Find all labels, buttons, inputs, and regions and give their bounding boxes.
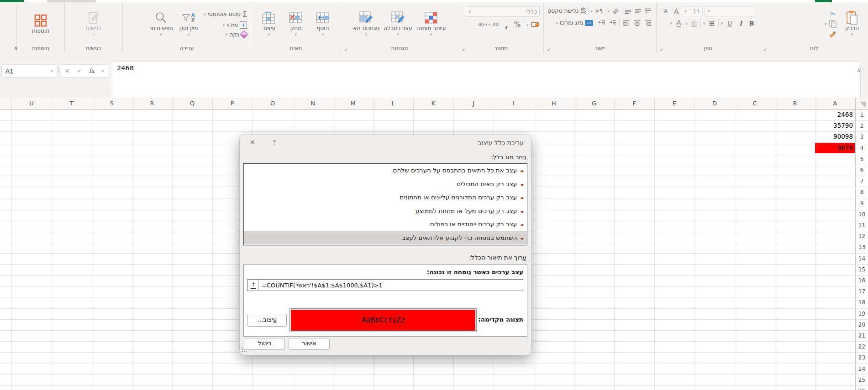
row-header-13[interactable]: 13 (856, 242, 868, 253)
decrease-indent-icon[interactable] (597, 19, 606, 27)
sensitivity-button[interactable]: רגישות ∨ (81, 10, 106, 38)
number-format-combo[interactable]: כללי∨ (466, 6, 540, 17)
fill-color-icon[interactable] (689, 19, 699, 28)
autosum-button[interactable]: Σ סכום אוטומטי ∨ (203, 10, 247, 19)
italic-button[interactable]: I (736, 19, 745, 28)
ok-button[interactable]: אישור (289, 338, 330, 350)
font-size-combo[interactable]: ∨11 (682, 6, 703, 16)
format-as-table-button[interactable]: עצב כטבלה ∨ (383, 10, 413, 38)
increase-indent-icon[interactable] (608, 19, 617, 27)
fill-button[interactable]: ↓ מילוי ∨ (222, 21, 247, 29)
column-header-D[interactable]: D (694, 98, 735, 109)
formula-input[interactable]: 2468 (112, 62, 861, 102)
align-bottom-icon[interactable] (624, 7, 632, 16)
cancel-button[interactable]: ביטול (245, 338, 285, 350)
column-header-M[interactable]: M (333, 98, 373, 109)
column-header-F[interactable]: F (614, 98, 654, 109)
row-header-20[interactable]: 20 (856, 319, 868, 330)
copy-icon[interactable] (828, 20, 837, 28)
cut-icon[interactable]: ✂ (828, 10, 837, 18)
row-header-7[interactable]: 7 (856, 176, 868, 187)
dialog-launcher-icon[interactable]: ↙ (462, 47, 465, 52)
column-header-E[interactable]: E (654, 98, 694, 109)
column-header-L[interactable]: L (373, 98, 413, 109)
accounting-format-icon[interactable] (531, 21, 540, 29)
row-header-21[interactable]: 21 (856, 330, 868, 341)
row-header-10[interactable]: 10 (856, 209, 868, 220)
column-header-Q[interactable]: Q (172, 98, 212, 109)
row-header-15[interactable]: 15 (856, 264, 868, 275)
cell-A3[interactable]: 90098 (815, 131, 855, 142)
chevron-down-icon[interactable]: ∨ (590, 9, 593, 13)
chevron-down-icon[interactable]: ∨ (824, 22, 827, 26)
rule-type-item-2[interactable]: ◄עצב רק תאים המכילים (244, 177, 527, 191)
select-all-corner[interactable] (855, 98, 868, 109)
insert-function-icon[interactable]: fx (89, 68, 95, 74)
column-header-P[interactable]: P (212, 98, 253, 109)
column-header-G[interactable]: G (574, 98, 614, 109)
format-painter-icon[interactable] (828, 30, 837, 38)
row-header-26[interactable]: 26 (856, 385, 868, 390)
align-right-icon[interactable] (643, 19, 652, 27)
merge-center-button[interactable]: ↔ מזג ומרכז ∨ (555, 20, 593, 26)
column-header-I[interactable]: I (494, 98, 534, 109)
cell-A4[interactable]: 9876 (815, 143, 855, 153)
row-header-1[interactable]: 1 (856, 109, 868, 120)
row-header-25[interactable]: 25 (856, 374, 868, 385)
chevron-down-icon[interactable]: ∨ (685, 21, 688, 26)
row-header-11[interactable]: 11 (856, 220, 868, 231)
chevron-down-icon[interactable]: ∨ (101, 69, 104, 73)
dialog-launcher-icon[interactable]: ↙ (660, 47, 663, 52)
comma-style-icon[interactable]: , (502, 21, 511, 29)
chevron-down-icon[interactable]: ∨ (670, 21, 673, 26)
rule-type-item-1[interactable]: ◄עצב את כל התאים בהתבסס על הערכים שלהם (244, 164, 527, 177)
confirm-entry-icon[interactable]: ✓ (77, 68, 82, 74)
decrease-decimal-icon[interactable]: .00→ (478, 21, 487, 29)
column-header-J[interactable]: J (453, 98, 494, 109)
align-left-icon[interactable] (621, 19, 631, 27)
range-picker-button[interactable]: ↑ (248, 280, 259, 291)
row-header-8[interactable]: 8 (856, 187, 868, 198)
rule-type-item-6[interactable]: ◄השתמש בנוסחה כדי לקבוע אלו תאים לעצב (244, 231, 527, 245)
row-header-2[interactable]: 2 (856, 120, 868, 131)
paste-button[interactable]: הדבק ∨ (840, 10, 864, 38)
decrease-font-icon[interactable]: Aˇ (660, 7, 669, 16)
underline-button[interactable]: U (725, 19, 734, 28)
row-header-4[interactable]: 4 (856, 143, 868, 154)
increase-decimal-icon[interactable]: ←.00 (489, 21, 498, 29)
row-header-22[interactable]: 22 (856, 341, 868, 352)
rule-type-item-5[interactable]: ◄עצב רק ערכים ייחודיים או כפולים (244, 218, 527, 231)
row-header-23[interactable]: 23 (856, 352, 868, 363)
conditional-formatting-button[interactable]: עיצוב מותנה ∨ (416, 10, 447, 38)
row-header-17[interactable]: 17 (856, 286, 868, 297)
chevron-down-icon[interactable]: ∨ (703, 21, 705, 26)
align-top-icon[interactable] (644, 7, 652, 16)
text-direction-icon[interactable]: >¶ (594, 7, 603, 16)
font-color-icon[interactable]: A (674, 19, 683, 28)
increase-font-icon[interactable]: Aˆ (671, 7, 679, 16)
row-header-9[interactable]: 9 (856, 198, 868, 209)
help-icon[interactable]: ? (273, 139, 276, 146)
column-header-U[interactable]: U (11, 98, 52, 109)
sort-filter-button[interactable]: AZ מיין וסנן ∨ (176, 10, 201, 38)
insert-cells-button[interactable]: הוסף ∨ (310, 10, 335, 38)
row-header-16[interactable]: 16 (856, 275, 868, 286)
column-header-R[interactable]: R (132, 98, 172, 109)
column-header-T[interactable]: T (52, 98, 92, 109)
row-header-18[interactable]: 18 (856, 297, 868, 308)
rule-type-list[interactable]: ◄עצב את כל התאים בהתבסס על הערכים שלהם◄ע… (243, 163, 527, 245)
find-select-button[interactable]: חפש ובחר ∨ (147, 10, 174, 38)
bold-button[interactable]: B (747, 19, 756, 28)
cell-A1[interactable]: 2468 (815, 109, 855, 120)
delete-cells-button[interactable]: מחק ∨ (284, 10, 308, 38)
column-header-A[interactable]: A (815, 98, 855, 109)
cancel-entry-icon[interactable]: ✕ (65, 68, 70, 74)
column-header-H[interactable]: H (534, 98, 574, 109)
column-header-B[interactable]: B (775, 98, 815, 109)
close-icon[interactable]: ✕ (250, 139, 255, 146)
dialog-launcher-icon[interactable]: ↙ (344, 47, 348, 52)
cell-styles-button[interactable]: סגנונות תא ∨ (352, 10, 380, 38)
column-header-K[interactable]: K (413, 98, 453, 109)
rule-formula-input[interactable] (259, 280, 523, 291)
format-button[interactable]: עיצוב... (247, 314, 287, 327)
